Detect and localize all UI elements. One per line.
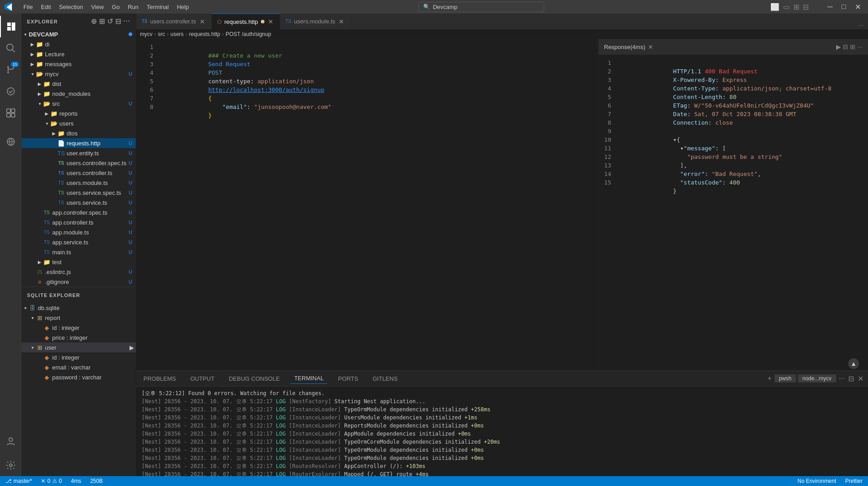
response-layout-icon[interactable]: ⊞ <box>850 43 855 50</box>
breadcrumb-file[interactable]: requests.http <box>189 31 220 37</box>
code-editor[interactable]: 1 2 3 4 5 6 7 8 ### Create a new user Se… <box>136 39 598 370</box>
tree-reports[interactable]: ▶ 📁 reports <box>22 108 136 118</box>
tree-devcamp-root[interactable]: ▾ DEVCAMP <box>22 29 136 39</box>
tree-test[interactable]: ▶ 📁 test <box>22 257 136 267</box>
terminal-pwsh-tab[interactable]: pwsh <box>774 374 796 382</box>
breadcrumb-endpoint[interactable]: POST /auth/signup <box>226 31 271 37</box>
status-size[interactable]: 250B <box>88 478 104 484</box>
menu-file[interactable]: File <box>20 2 36 12</box>
tree-src[interactable]: ▾ 📂 src U <box>22 99 136 108</box>
breadcrumb-mycv[interactable]: mycv <box>140 31 152 37</box>
tree-report-table[interactable]: ▾ ⊞ report <box>22 313 136 323</box>
terminal-add-icon[interactable]: + <box>767 374 773 383</box>
menu-run[interactable]: Run <box>124 2 142 12</box>
tab-users-controller[interactable]: TS users.controller.ts ✕ <box>136 14 212 29</box>
tree-app-module[interactable]: TS app.module.ts U <box>22 227 136 237</box>
status-prettier[interactable]: Prettier <box>843 478 864 484</box>
tree-user-id[interactable]: ◆ id : integer <box>22 352 136 362</box>
sqlite-header[interactable]: SQLITE EXPLORER <box>22 287 136 303</box>
send-request-btn[interactable]: Send Request <box>208 61 251 68</box>
tree-users[interactable]: ▾ 📂 users <box>22 118 136 128</box>
layout-icon-1[interactable]: ⬜ <box>770 3 779 11</box>
tab-terminal[interactable]: TERMINAL <box>291 373 327 384</box>
tree-user-email[interactable]: ◆ email : varchar <box>22 362 136 372</box>
activity-settings[interactable] <box>0 454 22 476</box>
terminal-close-icon[interactable]: ✕ <box>857 374 864 384</box>
tab-requests-http[interactable]: ⬡ requests.http ✕ <box>212 14 280 29</box>
url-link[interactable]: http://localhost:3000/auth/signup <box>208 86 324 93</box>
minimize-button[interactable]: ─ <box>825 3 835 11</box>
tree-eslintrc[interactable]: JS .eslintrc.js U <box>22 267 136 277</box>
search-bar-container[interactable]: 🔍 Devcamp <box>418 2 544 12</box>
activity-explorer[interactable] <box>0 16 22 37</box>
activity-remote[interactable] <box>0 131 22 153</box>
response-split-icon[interactable]: ⊟ <box>843 43 848 50</box>
new-file-icon[interactable]: ⊕ <box>91 17 97 26</box>
response-more-icon[interactable]: ··· <box>857 43 863 50</box>
layout-icon-2[interactable]: ▭ <box>783 3 790 11</box>
tree-users-module[interactable]: TS users.module.ts U <box>22 178 136 188</box>
status-errors[interactable]: ✕ 0 ⚠ 0 <box>39 478 63 484</box>
refresh-icon[interactable]: ↺ <box>107 17 113 26</box>
collapse-icon[interactable]: ⊟ <box>115 17 121 26</box>
tab-more-icon[interactable]: ··· <box>858 21 864 29</box>
more-options-icon[interactable]: ··· <box>123 17 130 26</box>
tree-lecture[interactable]: ▶ 📁 Lecture <box>22 49 136 59</box>
activity-extensions[interactable] <box>0 102 22 124</box>
terminal-content[interactable]: [오후 5:22:12] Found 0 errors. Watching fo… <box>136 387 868 476</box>
terminal-node-tab[interactable]: node...mycv <box>798 374 836 382</box>
tree-dtos[interactable]: ▶ 📁 dtos <box>22 128 136 138</box>
activity-debug[interactable] <box>0 81 22 102</box>
tab-ports[interactable]: PORTS <box>335 374 362 384</box>
terminal-more-icon[interactable]: ··· <box>838 374 846 383</box>
response-play-icon[interactable]: ▶ <box>836 43 841 50</box>
layout-icon-3[interactable]: ⊞ <box>793 3 799 11</box>
tree-dist[interactable]: ▶ 📁 dist <box>22 79 136 89</box>
tree-user-table[interactable]: ▾ ⊞ user ▶ <box>22 342 136 352</box>
tab-users-ctrl-close[interactable]: ✕ <box>199 18 206 25</box>
menu-edit[interactable]: Edit <box>37 2 54 12</box>
tree-users-ctrl-spec[interactable]: TS users.controller.spec.ts U <box>22 158 136 168</box>
response-close-btn[interactable]: ✕ <box>648 44 653 50</box>
menu-go[interactable]: Go <box>108 2 123 12</box>
tab-output[interactable]: OUTPUT <box>187 374 218 384</box>
tree-messages[interactable]: ▶ 📁 messages <box>22 59 136 69</box>
tree-users-ctrl[interactable]: TS users.controller.ts U <box>22 168 136 178</box>
new-folder-icon[interactable]: ⊞ <box>99 17 105 26</box>
menu-view[interactable]: View <box>88 2 107 12</box>
terminal-split-icon[interactable]: ⊟ <box>847 374 855 384</box>
maximize-button[interactable]: □ <box>839 3 849 11</box>
breadcrumb-src[interactable]: src <box>158 31 165 37</box>
tree-gitignore[interactable]: ⊘ .gitignore U <box>22 277 136 287</box>
activity-account[interactable] <box>0 431 22 452</box>
status-no-env[interactable]: No Environment <box>796 478 838 484</box>
tree-report-price[interactable]: ◆ price : integer <box>22 333 136 342</box>
tree-requests-http[interactable]: 📄 requests.http U <box>22 138 136 148</box>
close-button[interactable]: ✕ <box>852 3 864 11</box>
activity-search[interactable] <box>0 37 22 59</box>
tree-users-svc-spec[interactable]: TS users.service.spec.ts U <box>22 188 136 198</box>
tree-di[interactable]: ▶ 📁 di <box>22 39 136 49</box>
tree-report-id[interactable]: ◆ id : integer <box>22 323 136 333</box>
tree-node-modules[interactable]: ▶ 📁 node_modules <box>22 89 136 99</box>
tree-user-entity[interactable]: TS user.entity.ts U <box>22 148 136 158</box>
tab-debug-console[interactable]: DEBUG CONSOLE <box>225 374 283 384</box>
tree-app-service[interactable]: TS app.service.ts U <box>22 237 136 247</box>
layout-icon-4[interactable]: ⊟ <box>803 3 809 11</box>
tree-app-ctrl-spec[interactable]: TS app.controller.spec.ts U <box>22 207 136 217</box>
tab-problems[interactable]: PROBLEMS <box>140 374 179 384</box>
status-git-branch[interactable]: ⎇ master* <box>4 478 34 484</box>
tab-users-module-close[interactable]: ✕ <box>338 18 345 25</box>
scroll-up-arrow[interactable]: ▲ <box>848 358 859 369</box>
menu-selection[interactable]: Selection <box>55 2 86 12</box>
menu-terminal[interactable]: Terminal <box>143 2 172 12</box>
activity-git[interactable]: 15 <box>0 59 22 81</box>
menu-help[interactable]: Help <box>173 2 192 12</box>
tree-mycv[interactable]: ▾ 📂 mycv U <box>22 69 136 79</box>
tree-users-svc[interactable]: TS users.service.ts U <box>22 198 136 207</box>
tab-requests-close[interactable]: ✕ <box>267 18 274 25</box>
tree-user-password[interactable]: ◆ password : varchar <box>22 372 136 382</box>
breadcrumb-users[interactable]: users <box>170 31 183 37</box>
tree-main-ts[interactable]: TS main.ts U <box>22 247 136 257</box>
status-timing[interactable]: 4ms <box>69 478 83 484</box>
